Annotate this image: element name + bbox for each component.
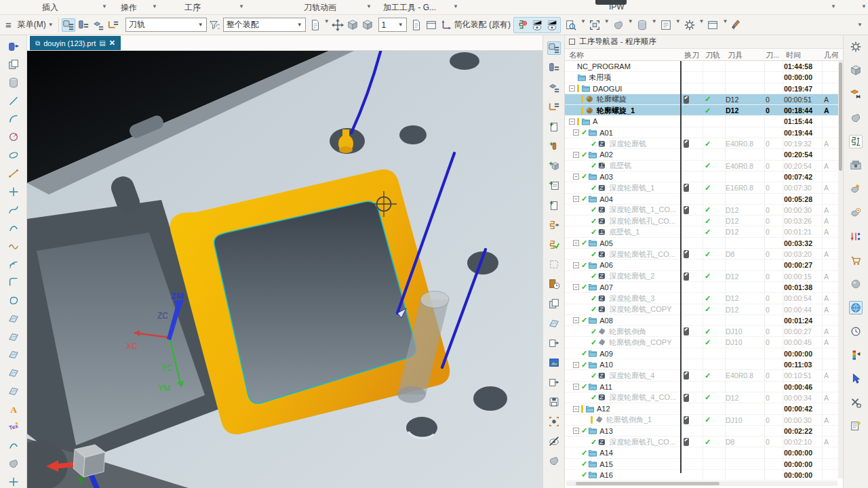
freeform-curve-icon[interactable]: [7, 439, 20, 452]
chevron-down-icon[interactable]: ▼: [722, 18, 728, 32]
operation-row[interactable]: ✓深度轮廓铣_4_CO...✓D12000:00:34A: [565, 392, 838, 403]
group-row[interactable]: −✓A0200:20:54: [565, 149, 838, 160]
group-row[interactable]: −✓A0500:03:32: [565, 238, 838, 249]
group-row[interactable]: −✓A0600:00:27: [565, 260, 838, 270]
operation-row[interactable]: ✓轮廓铣倒角_COPY✓DJ10000:00:45A: [565, 337, 838, 348]
assembly-constraint-icon[interactable]: [849, 87, 863, 101]
group-row[interactable]: ✓A1500:00:00: [565, 459, 838, 470]
create-operation-icon[interactable]: [547, 199, 561, 212]
operation-row[interactable]: 轮廓螺旋_1✓D12000:18:44A: [565, 105, 838, 116]
expander-icon[interactable]: −: [573, 174, 579, 180]
show-toolpath-icon[interactable]: [547, 415, 561, 428]
col-geometry[interactable]: 几何体: [824, 50, 838, 60]
move-object-icon[interactable]: [331, 18, 344, 32]
expander-icon[interactable]: −: [573, 428, 579, 434]
group-row[interactable]: −✓A1000:11:03: [565, 359, 838, 370]
toolpath-editor-icon[interactable]: [849, 135, 863, 148]
window-copy-icon[interactable]: [849, 420, 863, 433]
menu-machining-tools[interactable]: 加工工具 - G...: [383, 2, 436, 14]
geometry-view-icon[interactable]: [92, 18, 105, 32]
show-2d-ipw-icon[interactable]: [530, 18, 544, 32]
expander-icon[interactable]: −: [569, 85, 575, 92]
scrollbar-thumb[interactable]: [576, 482, 719, 485]
hamburger-menu-icon[interactable]: ≡: [5, 19, 12, 30]
operation-row[interactable]: ✓深度轮廓铣_1✓E16R0.8000:07:30A: [565, 182, 838, 193]
method-view-icon[interactable]: [106, 18, 120, 32]
create-tool-icon[interactable]: [547, 140, 561, 153]
chevron-down-icon[interactable]: ▼: [453, 3, 458, 9]
operation-row[interactable]: ✓轮廓铣倒角✓DJ10000:00:27A: [565, 326, 838, 337]
shaded-display-icon[interactable]: [612, 18, 625, 32]
sequence-arrows-icon[interactable]: [849, 230, 863, 243]
program-view-icon[interactable]: [62, 18, 75, 32]
menu-insert[interactable]: 插入: [42, 2, 58, 14]
chevron-down-icon[interactable]: ▼: [861, 3, 867, 9]
group-row[interactable]: ✓A1600:00:00: [565, 470, 838, 481]
operation-row[interactable]: ✓深度轮廓铣孔_CO...✓D8000:03:20A: [565, 249, 838, 260]
expander-icon[interactable]: −: [573, 284, 579, 290]
point-icon[interactable]: [7, 185, 20, 198]
sheet-edit-icon[interactable]: [410, 18, 423, 32]
clean-display-icon[interactable]: [730, 18, 743, 32]
chevron-down-icon[interactable]: ▼: [699, 18, 705, 32]
filter-funnel-icon[interactable]: [207, 18, 220, 32]
simulate-machine-icon[interactable]: [547, 258, 561, 271]
process-list-icon[interactable]: [547, 277, 561, 291]
method-view-icon[interactable]: [547, 100, 561, 114]
offset-curve-icon[interactable]: [7, 258, 20, 270]
menu-process[interactable]: 工序: [184, 2, 201, 14]
display-list-icon[interactable]: [659, 18, 673, 32]
create-method-icon[interactable]: [547, 179, 561, 192]
expander-icon[interactable]: −: [573, 196, 579, 202]
generate-toolpath-icon[interactable]: [547, 218, 561, 232]
group-row[interactable]: −A1200:00:42: [565, 403, 838, 414]
chevron-down-icon[interactable]: ▼: [239, 3, 244, 9]
assembly-scope-combo[interactable]: 整个装配▼: [223, 18, 306, 32]
chevron-down-icon[interactable]: ▼: [152, 3, 157, 9]
closed-curve-icon[interactable]: [7, 294, 20, 307]
operation-row[interactable]: ✓深度轮廓铣孔_CO...✓D12000:03:26A: [565, 216, 838, 226]
ellipse-icon[interactable]: [7, 149, 20, 162]
chevron-down-icon[interactable]: ▼: [652, 18, 657, 32]
show-3d-ipw-icon[interactable]: [545, 18, 559, 32]
wave-curve-icon[interactable]: [7, 239, 20, 252]
operation-row[interactable]: ✓底壁铣_1✓D12000:01:21A: [565, 226, 838, 237]
horizontal-scrollbar[interactable]: [566, 481, 837, 486]
color-scale-icon[interactable]: [849, 348, 863, 362]
tool-display-icon[interactable]: [635, 18, 649, 32]
chevron-down-icon[interactable]: ▼: [102, 3, 107, 9]
group-row[interactable]: −A01:15:44: [565, 116, 838, 127]
expander-icon[interactable]: −: [573, 262, 579, 268]
menu-operations[interactable]: 操作: [121, 2, 137, 14]
operation-row[interactable]: 轮廓螺旋✓D12000:00:51A: [565, 94, 838, 105]
cylinder-feature-icon[interactable]: [7, 77, 20, 89]
menu-toolpath-animation[interactable]: 刀轨动画: [304, 2, 336, 14]
assembly-cubes-icon[interactable]: [849, 64, 863, 77]
col-time[interactable]: 时间: [786, 50, 801, 60]
col-tool[interactable]: 刀具: [728, 50, 743, 60]
group-row[interactable]: −✓A0700:01:38: [565, 282, 838, 293]
operation-row[interactable]: ✓深度轮廓铣_2✓D12000:00:15A: [565, 271, 838, 282]
group-row[interactable]: −✓A1100:00:46: [565, 382, 838, 392]
program-order-view-icon[interactable]: [547, 41, 561, 55]
workpiece-display-icon[interactable]: [849, 111, 863, 125]
operation-row[interactable]: ✓深度轮廓铣_3✓D12000:00:54A: [565, 293, 838, 304]
group-row[interactable]: ✓A1400:00:00: [565, 447, 838, 458]
graphics-viewport[interactable]: ZM ZC XC YC YM: [27, 51, 542, 488]
postprocess-icon[interactable]: [547, 336, 561, 350]
column-splitter[interactable]: [680, 61, 682, 473]
group-row[interactable]: −✓A0300:07:42: [565, 171, 838, 182]
expander-icon[interactable]: −: [573, 317, 579, 323]
col-name[interactable]: 名称: [569, 50, 584, 60]
tab-douyin-part[interactable]: ⧉ douyin (123).prt ▤ ✕: [30, 36, 121, 50]
ghost-cube-icon[interactable]: [346, 18, 359, 32]
layer-settings-icon[interactable]: [683, 18, 696, 32]
direct-sketch-icon[interactable]: [7, 40, 20, 53]
group-row[interactable]: 未用项00:00:00: [565, 72, 838, 83]
artistic-text-icon[interactable]: Tex: [7, 421, 20, 434]
surface-trim-icon[interactable]: [7, 385, 20, 398]
chevron-down-icon[interactable]: ▼: [366, 3, 372, 9]
col-toolpath[interactable]: 刀轨: [705, 50, 720, 60]
hide-toolpath-icon[interactable]: [547, 434, 561, 448]
spline-icon[interactable]: [7, 203, 20, 216]
